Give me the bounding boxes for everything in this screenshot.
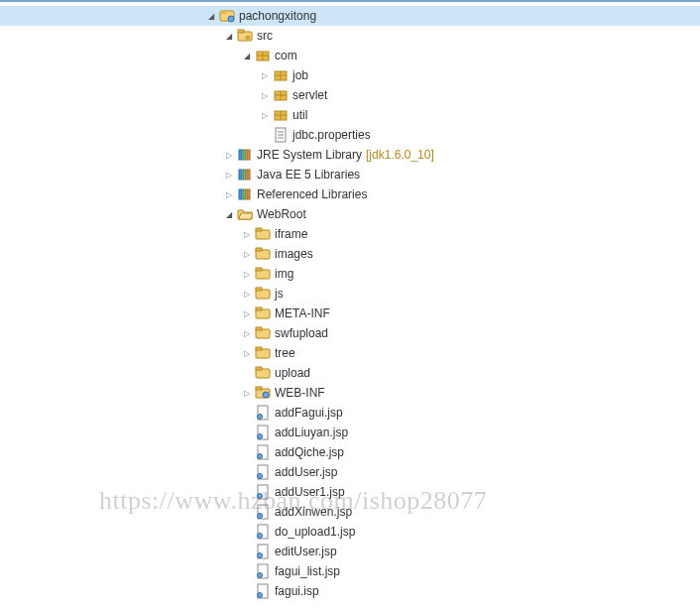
toggle-expanded[interactable]	[203, 8, 219, 24]
package-icon	[273, 67, 289, 83]
svg-point-59	[258, 494, 263, 499]
tree-node-referenced-libraries[interactable]: Referenced Libraries	[0, 184, 700, 204]
tree-node-label: WebRoot	[257, 207, 306, 221]
svg-rect-24	[247, 150, 250, 160]
tree-node-addqiche-jsp[interactable]: addQiche.jsp	[0, 442, 700, 462]
jsp-icon	[255, 484, 271, 500]
folder-icon	[255, 226, 271, 242]
folder-icon	[255, 345, 271, 361]
svg-point-57	[258, 474, 263, 479]
tree-node-src[interactable]: src	[0, 26, 700, 46]
toggle-collapsed[interactable]	[239, 266, 255, 282]
jsp-icon	[255, 444, 271, 460]
svg-point-69	[258, 593, 263, 598]
tree-node-servlet[interactable]: servlet	[0, 85, 700, 105]
tree-node-label: img	[275, 267, 293, 281]
tree-node-job[interactable]: job	[0, 65, 700, 85]
svg-rect-22	[239, 150, 242, 160]
toggle-collapsed[interactable]	[221, 167, 237, 183]
toggle-collapsed[interactable]	[221, 147, 237, 163]
tree-node-label: images	[275, 247, 313, 261]
tree-node-label: src	[257, 29, 273, 43]
tree-node-label: WEB-INF	[275, 386, 325, 400]
tree-node-label: JRE System Library[jdk1.6.0_10]	[257, 148, 434, 162]
tree-node-swfupload[interactable]: swfupload	[0, 323, 700, 343]
package-icon	[273, 107, 289, 123]
tree-node-util[interactable]: util	[0, 105, 700, 125]
project-explorer-tree[interactable]: pachongxitongsrccomjobservletutiljdbc.pr…	[0, 2, 700, 601]
toggle-collapsed[interactable]	[239, 385, 255, 401]
tree-node-web-inf[interactable]: WEB-INF	[0, 383, 700, 403]
tree-node-tree[interactable]: tree	[0, 343, 700, 363]
tree-node-label: jdbc.properties	[292, 128, 371, 142]
tree-node-pachongxitong[interactable]: pachongxitong	[0, 6, 700, 26]
svg-rect-4	[238, 30, 244, 33]
jsp-icon	[255, 405, 271, 421]
tree-node-adduser-jsp[interactable]: addUser.jsp	[0, 462, 700, 482]
svg-point-63	[258, 534, 263, 539]
svg-rect-48	[256, 387, 262, 390]
svg-point-61	[258, 514, 263, 519]
tree-node-fagui-list-jsp[interactable]: fagui_list.jsp	[0, 561, 700, 581]
toggle-expanded[interactable]	[221, 206, 237, 222]
tree-node-label: addQiche.jsp	[275, 445, 344, 459]
toggle-collapsed[interactable]	[239, 286, 255, 302]
tree-node-meta-inf[interactable]: META-INF	[0, 304, 700, 323]
library-icon	[237, 167, 253, 183]
tree-node-iframe[interactable]: iframe	[0, 224, 700, 244]
tree-node-addliuyan-jsp[interactable]: addLiuyan.jsp	[0, 423, 700, 442]
tree-node-label: addUser.jsp	[275, 465, 337, 479]
tree-node-com[interactable]: com	[0, 46, 700, 65]
tree-node-jre-system-library[interactable]: JRE System Library[jdk1.6.0_10]	[0, 145, 700, 165]
file-properties-icon	[273, 127, 289, 143]
tree-node-java-ee-5-libraries[interactable]: Java EE 5 Libraries	[0, 165, 700, 184]
toggle-expanded[interactable]	[221, 28, 237, 44]
tree-node-webroot[interactable]: WebRoot	[0, 204, 700, 224]
tree-node-do-upload1-jsp[interactable]: do_upload1.jsp	[0, 522, 700, 542]
svg-rect-25	[239, 170, 242, 180]
library-icon	[237, 147, 253, 163]
toggle-collapsed[interactable]	[239, 345, 255, 361]
svg-rect-34	[256, 248, 262, 251]
jsp-icon	[255, 583, 271, 599]
toggle-collapsed[interactable]	[257, 67, 273, 83]
tree-node-label: job	[292, 68, 308, 82]
tree-node-label: META-INF	[275, 306, 330, 320]
svg-point-53	[258, 434, 263, 439]
jsp-icon	[255, 544, 271, 559]
toggle-collapsed[interactable]	[239, 325, 255, 341]
tree-node-addxinwen-jsp[interactable]: addXinwen.jsp	[0, 502, 700, 522]
toggle-collapsed[interactable]	[257, 107, 273, 123]
toggle-collapsed[interactable]	[239, 226, 255, 242]
tree-node-label: Referenced Libraries	[257, 187, 367, 201]
tree-node-label: Java EE 5 Libraries	[257, 168, 360, 182]
tree-node-jdbc-properties[interactable]: jdbc.properties	[0, 125, 700, 145]
tree-node-upload[interactable]: upload	[0, 363, 700, 383]
svg-rect-40	[256, 307, 262, 310]
folder-icon	[255, 325, 271, 341]
folder-icon	[255, 286, 271, 302]
folder-icon	[255, 266, 271, 282]
svg-point-49	[263, 392, 269, 398]
tree-node-fagui-isp[interactable]: fagui.isp	[0, 581, 700, 601]
toggle-collapsed[interactable]	[257, 87, 273, 103]
library-icon	[237, 186, 253, 202]
folder-icon	[255, 365, 271, 381]
svg-rect-32	[256, 228, 262, 231]
toggle-collapsed[interactable]	[239, 246, 255, 262]
tree-node-adduser1-jsp[interactable]: addUser1.jsp	[0, 482, 700, 502]
toggle-expanded[interactable]	[239, 48, 255, 63]
tree-node-img[interactable]: img	[0, 264, 700, 284]
tree-node-js[interactable]: js	[0, 284, 700, 304]
tree-node-label: addUser1.jsp	[275, 485, 345, 499]
toggle-collapsed[interactable]	[239, 305, 255, 321]
tree-node-edituser-jsp[interactable]: editUser.jsp	[0, 542, 700, 561]
tree-node-label: editUser.jsp	[275, 545, 337, 558]
tree-node-addfagui-jsp[interactable]: addFagui.jsp	[0, 403, 700, 423]
src-folder-icon	[237, 28, 253, 44]
svg-rect-1	[220, 11, 226, 14]
svg-point-2	[228, 16, 234, 22]
folder-open-icon	[237, 206, 253, 222]
toggle-collapsed[interactable]	[221, 186, 237, 202]
tree-node-images[interactable]: images	[0, 244, 700, 264]
